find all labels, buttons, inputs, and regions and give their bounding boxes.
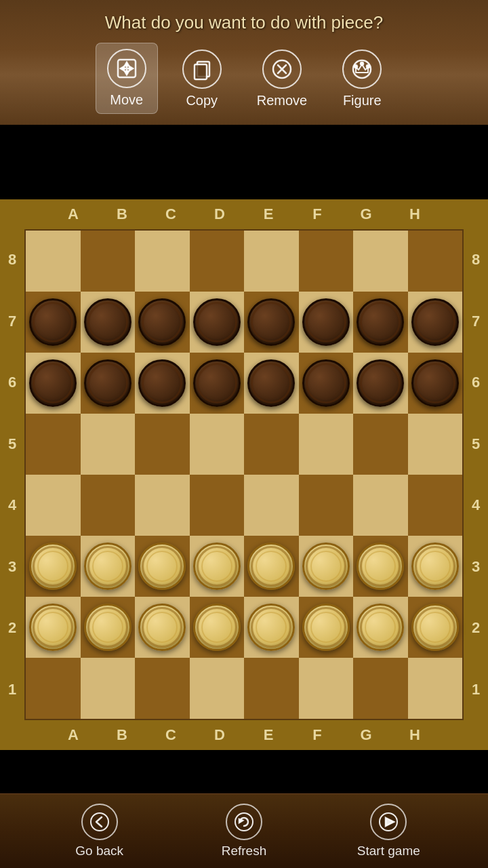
- dark-piece: [302, 298, 350, 346]
- cell-b1[interactable]: [81, 658, 136, 719]
- dark-piece: [357, 359, 404, 407]
- cell-f4[interactable]: [299, 475, 354, 536]
- cell-d6[interactable]: [190, 353, 245, 414]
- start-game-button[interactable]: Start game: [348, 804, 429, 859]
- cell-g1[interactable]: [353, 658, 408, 719]
- cell-f7[interactable]: [299, 292, 354, 353]
- cell-g5[interactable]: [353, 414, 408, 475]
- cell-c7[interactable]: [135, 292, 190, 353]
- cell-a8[interactable]: [26, 231, 81, 292]
- dark-piece: [29, 298, 77, 346]
- cell-a5[interactable]: [26, 414, 81, 475]
- refresh-label: Refresh: [222, 844, 267, 859]
- cell-a7[interactable]: [26, 292, 81, 353]
- cell-g8[interactable]: [353, 231, 408, 292]
- col-label-bottom-f: F: [293, 726, 342, 744]
- col-label-f: F: [293, 205, 342, 223]
- dark-piece: [411, 359, 459, 407]
- copy-icon: [182, 50, 222, 89]
- cell-f2[interactable]: [299, 597, 354, 658]
- move-button[interactable]: Move: [96, 43, 158, 114]
- cell-h8[interactable]: [408, 231, 463, 292]
- col-label-b: B: [98, 205, 146, 223]
- dark-piece: [193, 359, 241, 407]
- cell-c4[interactable]: [135, 475, 190, 536]
- light-piece: [138, 604, 186, 651]
- dark-piece: [138, 298, 186, 346]
- cell-e2[interactable]: [244, 597, 299, 658]
- cell-e8[interactable]: [244, 231, 299, 292]
- cell-a1[interactable]: [26, 658, 81, 719]
- cell-b5[interactable]: [81, 414, 136, 475]
- cell-e4[interactable]: [244, 475, 299, 536]
- cell-g7[interactable]: [353, 292, 408, 353]
- cell-d5[interactable]: [190, 414, 245, 475]
- dark-piece: [357, 298, 404, 346]
- cell-d8[interactable]: [190, 231, 245, 292]
- cell-b8[interactable]: [81, 231, 136, 292]
- cell-c8[interactable]: [135, 231, 190, 292]
- cell-g2[interactable]: [353, 597, 408, 658]
- col-label-g: G: [342, 205, 390, 223]
- light-piece: [84, 604, 131, 651]
- svg-marker-2: [125, 71, 129, 75]
- cell-g3[interactable]: [353, 536, 408, 597]
- refresh-icon: [226, 804, 262, 840]
- col-labels-top: A B C D E F G H: [0, 199, 488, 229]
- remove-icon: [262, 50, 302, 89]
- go-back-button[interactable]: Go back: [59, 804, 140, 859]
- cell-d1[interactable]: [190, 658, 245, 719]
- light-piece: [411, 604, 459, 651]
- cell-h5[interactable]: [408, 414, 463, 475]
- cell-h3[interactable]: [408, 536, 463, 597]
- cell-d7[interactable]: [190, 292, 245, 353]
- cell-b7[interactable]: [81, 292, 136, 353]
- cell-a4[interactable]: [26, 475, 81, 536]
- cell-f8[interactable]: [299, 231, 354, 292]
- cell-e3[interactable]: [244, 536, 299, 597]
- cell-e1[interactable]: [244, 658, 299, 719]
- cell-b2[interactable]: [81, 597, 136, 658]
- cell-e7[interactable]: [244, 292, 299, 353]
- cell-b6[interactable]: [81, 353, 136, 414]
- cell-h2[interactable]: [408, 597, 463, 658]
- cell-a3[interactable]: [26, 536, 81, 597]
- dark-piece: [29, 359, 77, 407]
- cell-d2[interactable]: [190, 597, 245, 658]
- cell-f1[interactable]: [299, 658, 354, 719]
- go-back-icon: [81, 804, 118, 840]
- cell-c3[interactable]: [135, 536, 190, 597]
- cell-g4[interactable]: [353, 475, 408, 536]
- cell-a2[interactable]: [26, 597, 81, 658]
- figure-button[interactable]: Figure: [331, 44, 392, 114]
- cell-c5[interactable]: [135, 414, 190, 475]
- cell-c2[interactable]: [135, 597, 190, 658]
- remove-button[interactable]: Remove: [246, 44, 318, 114]
- dark-piece: [302, 359, 350, 407]
- move-label: Move: [110, 92, 143, 108]
- copy-button[interactable]: Copy: [171, 44, 232, 114]
- cell-h4[interactable]: [408, 475, 463, 536]
- cell-f3[interactable]: [299, 536, 354, 597]
- cell-a6[interactable]: [26, 353, 81, 414]
- cell-e6[interactable]: [244, 353, 299, 414]
- dark-piece: [247, 298, 295, 346]
- cell-c1[interactable]: [135, 658, 190, 719]
- row-label-4: 4: [0, 475, 24, 536]
- refresh-button[interactable]: Refresh: [203, 804, 285, 859]
- cell-e5[interactable]: [244, 414, 299, 475]
- col-label-h: H: [390, 205, 439, 223]
- cell-h1[interactable]: [408, 658, 463, 719]
- cell-b4[interactable]: [81, 475, 136, 536]
- cell-h7[interactable]: [408, 292, 463, 353]
- cell-d4[interactable]: [190, 475, 245, 536]
- col-label-c: C: [146, 205, 195, 223]
- cell-f5[interactable]: [299, 414, 354, 475]
- cell-b3[interactable]: [81, 536, 136, 597]
- move-icon: [107, 49, 146, 88]
- cell-g6[interactable]: [353, 353, 408, 414]
- cell-f6[interactable]: [299, 353, 354, 414]
- cell-h6[interactable]: [408, 353, 463, 414]
- cell-c6[interactable]: [135, 353, 190, 414]
- cell-d3[interactable]: [190, 536, 245, 597]
